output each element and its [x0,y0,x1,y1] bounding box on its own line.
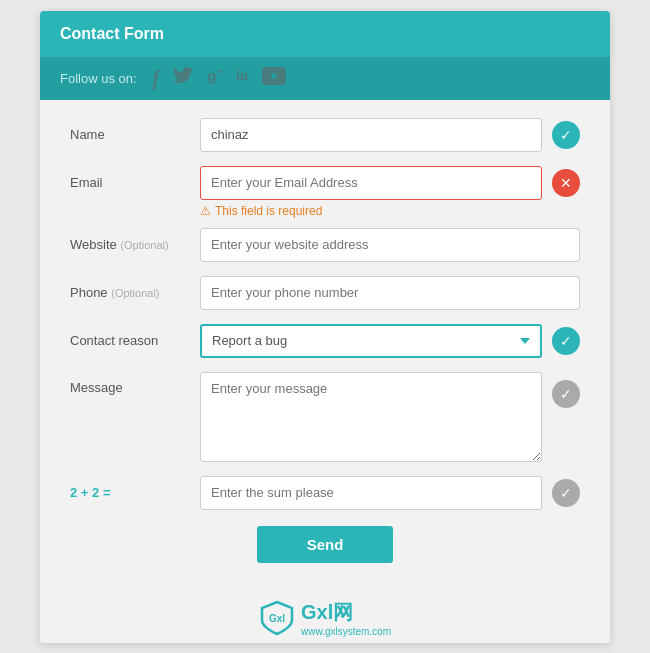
phone-row: Phone (Optional) [70,276,580,310]
linkedin-icon[interactable]: in [236,67,249,90]
watermark-text: Gxl网 www.gxlsystem.com [301,599,391,637]
name-label: Name [70,127,200,142]
phone-label: Phone (Optional) [70,285,200,300]
form-title: Contact Form [60,25,164,42]
youtube-icon[interactable] [262,67,286,90]
phone-input[interactable] [200,276,580,310]
svg-text:Gxl: Gxl [269,613,285,624]
contact-reason-select[interactable]: Report a bug General inquiry Support Oth… [200,324,542,358]
send-row: Send [70,526,580,563]
form-header: Contact Form [40,11,610,57]
website-label: Website (Optional) [70,237,200,252]
watermark-url: www.gxlsystem.com [301,626,391,637]
email-error-text: This field is required [215,204,322,218]
email-input[interactable] [200,166,542,200]
captcha-input[interactable] [200,476,542,510]
website-input[interactable] [200,228,580,262]
message-row: Message ✓ [70,372,580,462]
form-body: Name ✓ Email ✕ ⚠ This field is required … [40,100,610,589]
name-row: Name ✓ [70,118,580,152]
googleplus-icon[interactable]: g+ [207,67,221,90]
contact-reason-status-icon: ✓ [552,327,580,355]
website-optional-label: (Optional) [120,239,168,251]
message-textarea[interactable] [200,372,542,462]
twitter-icon[interactable] [173,67,193,90]
name-status-icon: ✓ [552,121,580,149]
social-icons-container: f g+ in [153,67,287,90]
send-button[interactable]: Send [257,526,394,563]
message-label: Message [70,372,200,395]
email-error-message: ⚠ This field is required [200,204,580,218]
message-status-icon: ✓ [552,380,580,408]
email-status-icon: ✕ [552,169,580,197]
watermark: Gxl Gxl网 www.gxlsystem.com [40,589,610,643]
email-label: Email [70,175,200,190]
facebook-icon[interactable]: f [153,67,160,90]
contact-form-wrapper: Contact Form Follow us on: f g+ in Name … [40,11,610,643]
captcha-row: 2 + 2 = ✓ [70,476,580,510]
name-input[interactable] [200,118,542,152]
social-label: Follow us on: [60,71,137,86]
social-bar: Follow us on: f g+ in [40,57,610,100]
watermark-brand: Gxl网 [301,599,391,626]
captcha-status-icon: ✓ [552,479,580,507]
phone-optional-label: (Optional) [111,287,159,299]
watermark-shield-icon: Gxl [259,600,295,636]
website-row: Website (Optional) [70,228,580,262]
warning-icon: ⚠ [200,204,211,218]
contact-reason-row: Contact reason Report a bug General inqu… [70,324,580,358]
contact-reason-label: Contact reason [70,333,200,348]
captcha-label: 2 + 2 = [70,485,200,500]
email-row: Email ✕ [70,166,580,200]
